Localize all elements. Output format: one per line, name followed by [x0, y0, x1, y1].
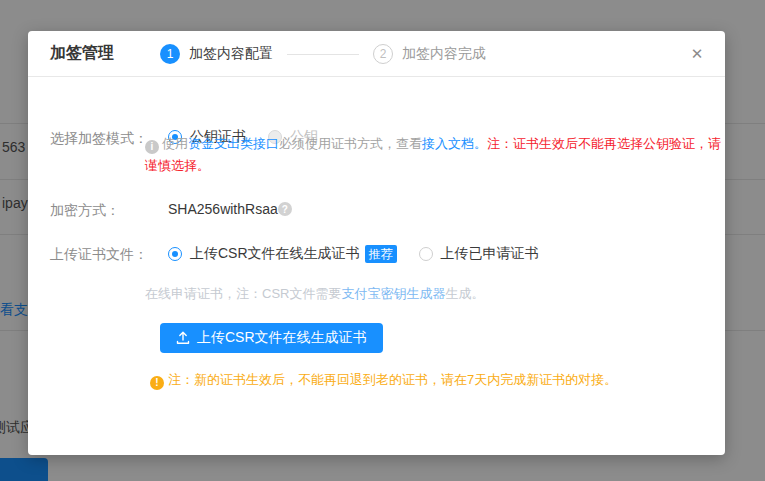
encrypt-method-label: 加密方式： [50, 202, 120, 220]
step-2-number-icon: 2 [373, 44, 393, 64]
upload-cert-label: 上传证书文件： [50, 246, 148, 264]
note1-text: 必须使用证书方式，查看 [279, 136, 422, 151]
upload-csr-button[interactable]: 上传CSR文件在线生成证书 [160, 323, 383, 353]
step-1-number-icon: 1 [160, 44, 180, 64]
step-1-label: 加签内容配置 [189, 45, 273, 63]
note2-text: 生成。 [445, 286, 484, 301]
step-1: 1 加签内容配置 [160, 44, 273, 64]
recommend-badge: 推荐 [365, 245, 397, 263]
close-icon[interactable]: ✕ [687, 44, 707, 64]
warning-icon: ! [150, 376, 164, 390]
radio-upload-csr[interactable]: 上传CSR文件在线生成证书 推荐 [168, 245, 397, 263]
radio-upload-existing-label: 上传已申请证书 [441, 245, 539, 263]
radio-selected-icon[interactable] [168, 247, 182, 261]
radio-unselected-icon[interactable] [419, 247, 433, 261]
step-indicator: 1 加签内容配置 2 加签内容完成 [160, 31, 486, 77]
encrypt-method-value: SHA256withRsaa [168, 201, 278, 217]
help-icon[interactable]: ? [278, 202, 292, 216]
note1-period: 。 [474, 136, 487, 151]
step-2-label: 加签内容完成 [402, 45, 486, 63]
new-cert-warning-text: 注：新的证书生效后，不能再回退到老的证书，请在7天内完成新证书的对接。 [168, 372, 617, 387]
step-connector-line [287, 54, 359, 55]
encrypt-method-value-row: SHA256withRsaa ? [168, 201, 292, 217]
step-2: 2 加签内容完成 [373, 44, 486, 64]
fund-api-link[interactable]: 资金支出类接口 [188, 136, 279, 151]
note2-text: 在线申请证书，注：CSR文件需要 [145, 286, 341, 301]
csr-note: 在线申请证书，注：CSR文件需要支付宝密钥生成器生成。 [145, 283, 730, 305]
key-generator-link[interactable]: 支付宝密钥生成器 [341, 286, 445, 301]
cert-mode-note: i使用资金支出类接口必须使用证书方式，查看接入文档。注：证书生效后不能再选择公钥… [145, 133, 730, 177]
upload-csr-button-label: 上传CSR文件在线生成证书 [197, 329, 367, 347]
radio-upload-existing-cert[interactable]: 上传已申请证书 [419, 245, 539, 263]
note1-text: 使用 [162, 136, 188, 151]
sign-mode-label: 选择加签模式： [50, 130, 148, 148]
dialog-header: 加签管理 1 加签内容配置 2 加签内容完成 [28, 31, 725, 77]
info-icon: i [145, 140, 159, 154]
dialog-title: 加签管理 [50, 43, 114, 64]
new-cert-warning: !注：新的证书生效后，不能再回退到老的证书，请在7天内完成新证书的对接。 [150, 371, 617, 390]
sign-management-dialog: 加签管理 1 加签内容配置 2 加签内容完成 ✕ 选择加签模式： 公钥证书 公钥… [28, 31, 725, 455]
upload-cert-radio-group: 上传CSR文件在线生成证书 推荐 上传已申请证书 [168, 245, 561, 263]
radio-upload-csr-label: 上传CSR文件在线生成证书 [190, 245, 360, 263]
integration-doc-link[interactable]: 接入文档 [422, 136, 474, 151]
upload-icon [176, 331, 190, 345]
